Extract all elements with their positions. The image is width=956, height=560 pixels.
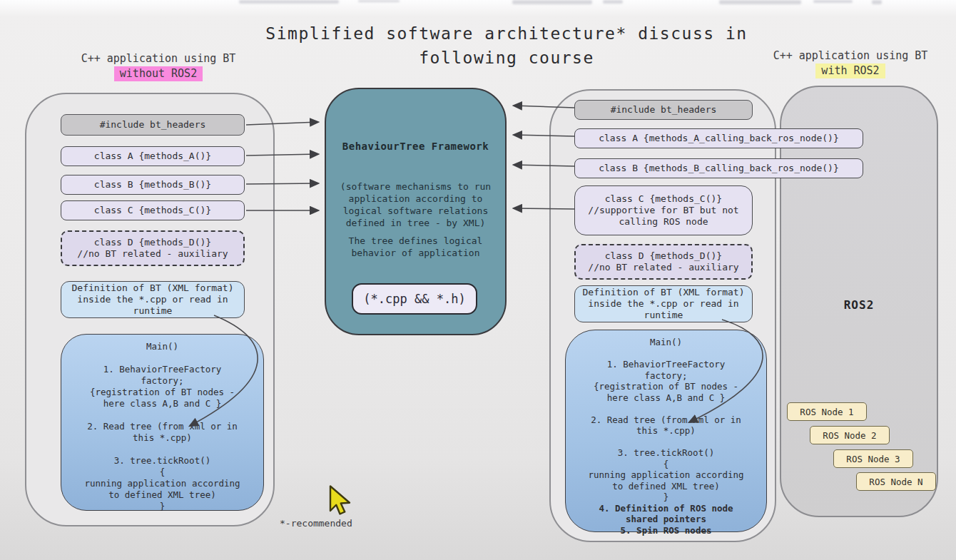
left-class-a-box: class A {methods_A()} [61,146,245,166]
behaviourtree-framework-box: BehaviourTree Framework (software mechan… [325,88,507,335]
framework-description: (software mechanisms to run application … [326,180,505,229]
right-class-b-box: class B {methods_B_calling_back_ros_node… [574,158,863,178]
framework-description-2: The tree defines logical behavior of app… [326,235,505,259]
diagram-slide: { "title": "Simplified software architec… [0,0,956,560]
ros2-panel-title: ROS2 [781,298,937,312]
ros-node-2: ROS Node 2 [810,426,890,444]
top-edge-artifact [239,0,339,4]
right-class-c-box: class C {methods_C()} //supportive for B… [574,185,753,235]
cpp-h-files-box: (*.cpp && *.h) [352,283,477,315]
left-include-box: #include bt_headers [61,114,245,136]
left-bt-definition-box: Definition of BT (XML format) inside the… [61,281,245,318]
ros-node-1: ROS Node 1 [787,402,867,421]
recommended-footnote: *-recommended [280,518,372,529]
right-header-highlight: with ROS2 [815,63,885,78]
top-edge-artifact [512,0,592,4]
left-main-box: Main() 1. BehaviorTreeFactory factory; {… [61,334,264,511]
left-class-d-box: class D {methods_D()} //no BT related - … [61,230,245,266]
left-class-c-box: class C {methods_C()} [61,200,245,220]
ros-node-3: ROS Node 3 [833,449,913,468]
top-edge-artifact [358,0,400,2]
right-main-text-bold: 4. Definition of ROS node shared pointer… [566,503,766,536]
right-class-a-box: class A {methods_A_calling_back_ros_node… [574,128,863,148]
framework-title: BehaviourTree Framework [326,141,505,152]
left-main-text: Main() 1. BehaviorTreeFactory factory; {… [61,341,263,512]
ros-node-n: ROS Node N [856,472,936,491]
right-class-d-box: class D {methods_D()} //no BT related - … [574,244,753,280]
top-edge-artifact [719,0,801,4]
right-main-box: Main() 1. BehaviorTreeFactory factory; {… [565,330,767,532]
left-column-header: C++ application using BT without ROS2 [44,51,273,81]
right-column-header: C++ application using BT with ROS2 [743,49,956,78]
top-edge-artifact [872,0,882,4]
left-header-highlight: without ROS2 [114,66,203,81]
right-main-text: Main() 1. BehaviorTreeFactory factory; {… [566,337,766,503]
mouse-cursor-icon [328,485,354,515]
left-header-line: C++ application using BT [44,51,273,66]
right-include-box: #include bt_headers [574,100,753,120]
top-edge-artifact [603,0,623,4]
slide-title: Simplified software architecture* discus… [235,21,778,70]
right-header-line: C++ application using BT [743,49,956,63]
left-class-b-box: class B {methods_B()} [61,175,245,195]
right-bt-definition-box: Definition of BT (XML format) inside the… [574,285,753,322]
top-edge-artifact [813,0,853,3]
